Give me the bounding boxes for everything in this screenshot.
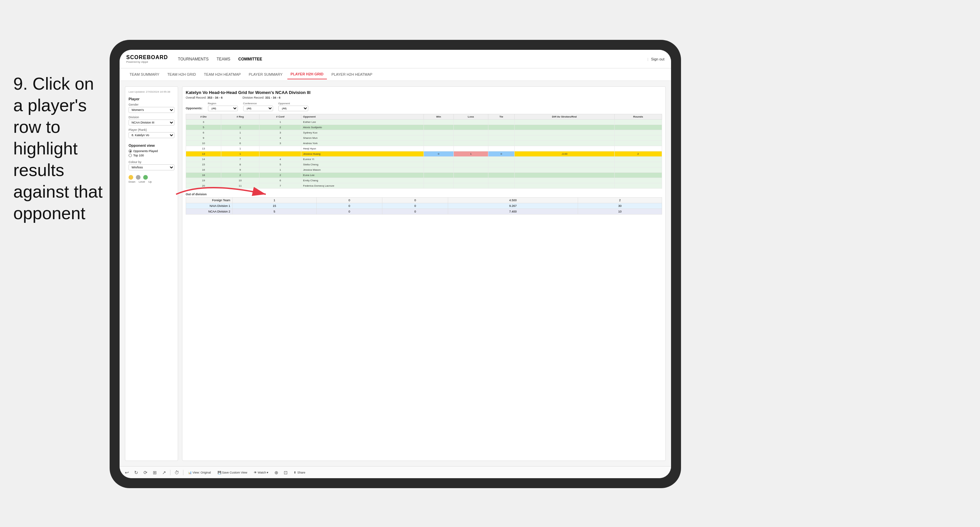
- table-cell: [423, 157, 453, 162]
- table-cell: [514, 183, 614, 189]
- radio-top100[interactable]: Top 100: [129, 154, 174, 157]
- toolbar-divider1: [170, 470, 170, 475]
- ood-cell: NAIA Division 1: [186, 203, 232, 209]
- toolbar-export[interactable]: ↗: [161, 469, 167, 476]
- toolbar-refresh[interactable]: ⟳: [142, 469, 149, 476]
- table-cell: [514, 125, 614, 130]
- table-row[interactable]: 1474Eunice Yi: [186, 157, 662, 162]
- table-cell: 11: [221, 183, 259, 189]
- table-cell: 6: [186, 130, 221, 135]
- ood-row[interactable]: Foreign Team1004.5002: [186, 198, 662, 203]
- opponent-filter-label: Opponent: [278, 102, 308, 105]
- table-cell: [614, 157, 662, 162]
- conference-select[interactable]: (All): [243, 106, 273, 111]
- h2h-table: # Div # Reg # Conf Opponent Win Loss Tie…: [186, 114, 662, 189]
- table-cell: [423, 173, 453, 178]
- opponents-label: Opponents:: [186, 106, 203, 111]
- table-cell: Eunice Yi: [301, 157, 424, 162]
- table-cell: 3: [186, 119, 221, 125]
- table-row[interactable]: 19106Emily Chang: [186, 178, 662, 183]
- toolbar-share[interactable]: ⬆ Share: [292, 470, 307, 475]
- table-cell: [488, 183, 515, 189]
- ood-cell: 5: [232, 209, 317, 214]
- toolbar-undo[interactable]: ↩: [124, 469, 130, 476]
- table-cell: Euna Lee: [301, 173, 424, 178]
- opponent-select[interactable]: (All): [278, 106, 308, 111]
- table-row[interactable]: 1691Jessica Mason: [186, 167, 662, 173]
- division-select[interactable]: NCAA Division III: [129, 119, 174, 125]
- table-cell: [488, 162, 515, 167]
- ood-row[interactable]: NAIA Division 115009.26730: [186, 203, 662, 209]
- subnav-player-h2h-heatmap[interactable]: PLAYER H2H HEATMAP: [328, 70, 376, 79]
- table-row[interactable]: 20117Federica Domecq Lacroze: [186, 183, 662, 189]
- region-filter-label: Region: [208, 102, 238, 105]
- ood-cell: 9.267: [448, 203, 578, 209]
- nav-divider: |: [648, 57, 649, 61]
- table-cell: Stella Cheng: [301, 162, 424, 167]
- table-row[interactable]: 131Heeji Hyun: [186, 146, 662, 151]
- opponent-view-title: Opponent view: [129, 143, 174, 148]
- radio-opponents-played[interactable]: Opponents Played: [129, 149, 174, 153]
- toolbar-save-custom[interactable]: 💾 Save Custom View: [216, 470, 249, 475]
- ood-cell: 10: [578, 209, 662, 214]
- toolbar-timer[interactable]: ⏱: [173, 469, 180, 476]
- step-number: 9.: [13, 74, 27, 93]
- ood-cell: 0: [317, 198, 382, 203]
- table-cell: 1: [259, 119, 301, 125]
- table-cell: [423, 130, 453, 135]
- table-cell: Sharon Mun: [301, 135, 424, 141]
- table-row[interactable]: 613Sydney Kuo: [186, 130, 662, 135]
- table-cell: 1: [221, 151, 259, 157]
- table-cell: [423, 167, 453, 173]
- table-cell: [488, 125, 515, 130]
- table-cell: [423, 125, 453, 130]
- table-row[interactable]: 131Jessica Huang010-3.002: [186, 151, 662, 157]
- ood-row[interactable]: NCAA Division 25007.40010: [186, 209, 662, 214]
- table-cell: [614, 162, 662, 167]
- table-row[interactable]: 1585Stella Cheng: [186, 162, 662, 167]
- table-cell: 6: [259, 178, 301, 183]
- table-cell: [614, 141, 662, 146]
- nav-teams[interactable]: TEAMS: [216, 56, 230, 63]
- overall-record: Overall Record: 353 - 34 - 6: [186, 96, 223, 99]
- colour-by-select[interactable]: Win/loss: [129, 164, 174, 170]
- table-row[interactable]: 1822Euna Lee: [186, 173, 662, 178]
- table-row[interactable]: 31Esther Lee: [186, 119, 662, 125]
- subnav-player-summary[interactable]: PLAYER SUMMARY: [245, 70, 286, 79]
- colour-dot-up: [143, 175, 148, 179]
- nav-committee[interactable]: COMMITTEE: [238, 56, 262, 63]
- toolbar-zoom-out[interactable]: ⊡: [282, 469, 289, 476]
- table-row[interactable]: 914Sharon Mun: [186, 135, 662, 141]
- table-cell: [453, 125, 488, 130]
- table-cell: [514, 162, 614, 167]
- table-cell: 13: [186, 151, 221, 157]
- table-cell: [453, 141, 488, 146]
- subnav-team-summary[interactable]: TEAM SUMMARY: [126, 70, 163, 79]
- ood-cell: 1: [232, 198, 317, 203]
- table-row[interactable]: 522Alexis Sudijanto: [186, 125, 662, 130]
- col-rounds: Rounds: [614, 114, 662, 119]
- nav-tournaments[interactable]: TOURNAMENTS: [178, 56, 208, 63]
- instruction-text: 9. Click on a player's row to highlight …: [13, 73, 106, 224]
- table-row[interactable]: 1063Andrea York: [186, 141, 662, 146]
- toolbar-watch[interactable]: 👁 Watch ▾: [252, 470, 270, 475]
- subnav-team-h2h-heatmap[interactable]: TEAM H2H HEATMAP: [200, 70, 244, 79]
- subnav-team-h2h-grid[interactable]: TEAM H2H GRID: [164, 70, 199, 79]
- region-select[interactable]: (All): [208, 106, 238, 111]
- instruction-body: Click on a player's row to highlight res…: [13, 74, 103, 223]
- colour-labels: Down Level Up: [129, 180, 174, 183]
- player-rank-select[interactable]: 8. Katelyn Vo: [129, 132, 174, 138]
- toolbar-view-original[interactable]: 📊 View: Original: [186, 470, 213, 475]
- gender-select[interactable]: Women's: [129, 107, 174, 113]
- subnav-player-h2h-grid[interactable]: PLAYER H2H GRID: [287, 70, 327, 79]
- toolbar-redo[interactable]: ↻: [133, 469, 140, 476]
- toolbar-zoom-in[interactable]: ⊕: [273, 469, 280, 476]
- table-cell: [259, 151, 301, 157]
- toolbar-grid[interactable]: ⊞: [151, 469, 158, 476]
- table-cell: Jessica Huang: [301, 151, 424, 157]
- table-cell: 2: [614, 151, 662, 157]
- left-panel: Last Updated: 27/03/2024 16:55:38 Player…: [125, 86, 178, 461]
- out-of-division-title: Out of division: [186, 193, 662, 196]
- sign-out-button[interactable]: Sign out: [651, 57, 664, 61]
- table-cell: 5: [186, 125, 221, 130]
